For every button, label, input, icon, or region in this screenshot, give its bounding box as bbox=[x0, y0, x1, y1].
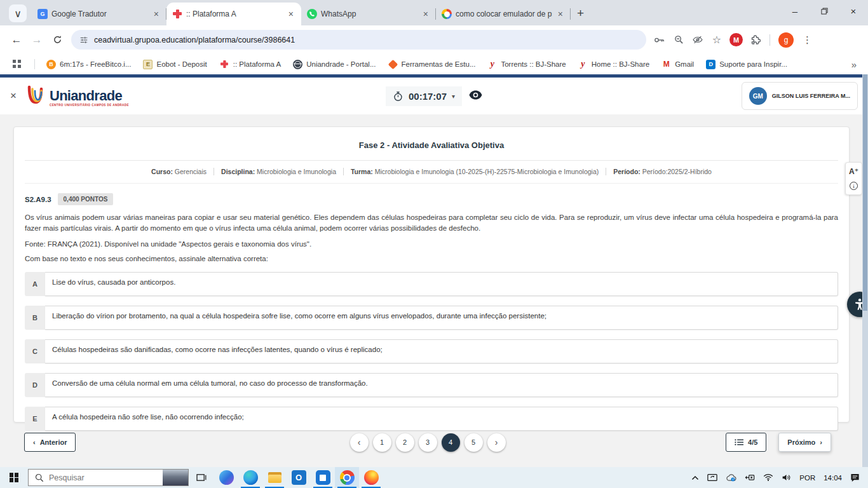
option-text: Liberação do vírion por brotamento, na q… bbox=[45, 306, 838, 330]
uniandrade-logo: Uniandrade CENTRO UNIVERSITÁRIO CAMPOS D… bbox=[27, 85, 129, 107]
close-tab-icon[interactable]: × bbox=[421, 9, 430, 19]
back-button[interactable]: ← bbox=[6, 30, 27, 50]
tray-onedrive-button[interactable]: i bbox=[724, 472, 738, 483]
reload-button[interactable] bbox=[47, 30, 67, 50]
taskbar-app-blue[interactable] bbox=[311, 467, 335, 488]
extensions-button[interactable] bbox=[746, 30, 765, 50]
address-bar[interactable]: ceadvirtual.grupoa.education/plataforma/… bbox=[71, 30, 646, 50]
logo-text: Uniandrade bbox=[50, 89, 129, 103]
meta-value: Período:2025/2-Híbrido bbox=[641, 168, 712, 175]
bookmark-star-button[interactable]: ☆ bbox=[707, 30, 726, 50]
mega-extension-button[interactable]: M bbox=[729, 33, 743, 46]
window-minimize-button[interactable]: – bbox=[780, 0, 810, 22]
close-tab-icon[interactable]: × bbox=[287, 9, 295, 19]
tab-plataforma-a[interactable]: :: Plataforma A × bbox=[166, 3, 301, 25]
tab-google-tradutor[interactable]: G Google Tradutor × bbox=[32, 3, 166, 25]
bookmark-torrents-bjshare[interactable]: yTorrents :: BJ-Share bbox=[484, 58, 569, 71]
scrollbar-thumb[interactable] bbox=[863, 74, 867, 311]
progress-button[interactable]: 4/5 bbox=[726, 433, 766, 452]
exam-close-button[interactable]: × bbox=[10, 90, 17, 102]
tab-search-button[interactable]: ∨ bbox=[9, 4, 27, 22]
password-manager-button[interactable] bbox=[650, 30, 669, 50]
stopwatch-icon bbox=[393, 91, 403, 102]
taskbar-app-edge[interactable] bbox=[238, 467, 262, 488]
eye-icon bbox=[469, 90, 482, 100]
timer-dropdown[interactable]: 00:17:07 ▾ bbox=[386, 86, 462, 106]
window-restore-button[interactable] bbox=[810, 0, 839, 22]
bookmark-home-bjshare[interactable]: yHome :: BJ-Share bbox=[574, 58, 653, 71]
language-indicator[interactable]: POR bbox=[798, 473, 817, 483]
pager-page-4-active[interactable]: 4 bbox=[442, 433, 460, 452]
apps-grid-button[interactable] bbox=[8, 55, 27, 74]
list-icon bbox=[735, 438, 743, 446]
pager-next-button[interactable]: › bbox=[487, 433, 506, 452]
taskbar-app-copilot[interactable] bbox=[214, 467, 238, 488]
bookmarks-overflow-button[interactable]: » bbox=[848, 59, 860, 70]
timer-value: 00:17:07 bbox=[409, 91, 447, 102]
tab-whatsapp[interactable]: WhatsApp × bbox=[301, 3, 436, 25]
option-c[interactable]: C Células hospedeiras são danificadas, c… bbox=[25, 339, 838, 363]
pager-page-5[interactable]: 5 bbox=[465, 433, 483, 452]
question-code: S2.A9.3 bbox=[25, 196, 51, 203]
question-card: Fase 2 - Atividade Avaliativa Objetiva C… bbox=[13, 126, 850, 423]
previous-button[interactable]: ‹ Anterior bbox=[24, 433, 76, 452]
pager-page-3[interactable]: 3 bbox=[419, 433, 437, 452]
option-a[interactable]: A Lise do vírus, causada por anticorpos. bbox=[25, 272, 838, 296]
close-tab-icon[interactable]: × bbox=[556, 9, 565, 19]
close-tab-icon[interactable]: × bbox=[152, 9, 161, 19]
taskbar-app-chrome[interactable] bbox=[335, 467, 359, 488]
window-close-button[interactable]: × bbox=[839, 0, 868, 22]
clock[interactable]: 14:04 bbox=[822, 473, 843, 483]
search-input[interactable] bbox=[49, 473, 158, 482]
bookmark-ferramentas[interactable]: Ferramentas de Estu... bbox=[384, 58, 480, 71]
windows-logo-icon bbox=[10, 473, 19, 482]
browser-menu-button[interactable]: ⋮ bbox=[797, 34, 817, 46]
task-view-button[interactable] bbox=[189, 467, 214, 488]
search-daily-image[interactable] bbox=[163, 470, 188, 485]
tray-wifi-button[interactable] bbox=[762, 472, 775, 483]
bookmark-freebitco[interactable]: B6m:17s - FreeBitco.i... bbox=[43, 58, 135, 71]
tab-google-search[interactable]: como colocar emulador de ps2 × bbox=[436, 3, 571, 25]
chevron-left-icon: ‹ bbox=[33, 438, 36, 446]
browser-toolbar: ← → ceadvirtual.grupoa.education/platafo… bbox=[0, 25, 868, 54]
chrome-icon bbox=[340, 470, 355, 485]
pager-page-2[interactable]: 2 bbox=[396, 433, 414, 452]
font-increase-button[interactable]: A⁺ bbox=[849, 167, 858, 176]
whatsapp-icon bbox=[307, 9, 317, 19]
dell-icon: D bbox=[706, 60, 715, 69]
taskbar-app-file-explorer[interactable] bbox=[262, 467, 287, 488]
start-button[interactable] bbox=[0, 467, 28, 488]
bookmark-uniandrade[interactable]: Uniandrade - Portal... bbox=[289, 58, 379, 71]
forward-button[interactable]: → bbox=[27, 30, 47, 50]
hidden-eye-button[interactable] bbox=[688, 30, 707, 50]
apps-grid-icon bbox=[13, 60, 22, 69]
option-e[interactable]: E A célula hospedeira não sofre lise, nã… bbox=[25, 407, 838, 431]
bookmark-plataforma-a[interactable]: :: Plataforma A bbox=[215, 57, 285, 71]
tray-remove-hardware-button[interactable] bbox=[743, 472, 756, 483]
taskbar-search[interactable] bbox=[28, 469, 189, 486]
tray-volume-button[interactable] bbox=[780, 472, 792, 483]
next-button[interactable]: Próximo › bbox=[778, 433, 831, 452]
profile-avatar[interactable]: g bbox=[778, 32, 794, 48]
option-b[interactable]: B Liberação do vírion por brotamento, na… bbox=[25, 306, 838, 330]
key-icon bbox=[654, 36, 665, 44]
bookmark-eobot[interactable]: EEobot - Deposit bbox=[139, 58, 210, 71]
option-d[interactable]: D Conversão de uma célula normal em uma … bbox=[25, 373, 838, 397]
taskbar-app-outlook[interactable]: O bbox=[287, 467, 311, 488]
taskbar-app-firefox[interactable] bbox=[359, 467, 383, 488]
toggle-visibility-button[interactable] bbox=[469, 90, 482, 102]
user-menu[interactable]: GM GILSON LUIS FERREIRA M... bbox=[742, 82, 858, 110]
tray-cast-button[interactable] bbox=[706, 472, 719, 483]
new-tab-button[interactable]: + bbox=[577, 6, 584, 20]
pager-prev-button[interactable]: ‹ bbox=[350, 433, 369, 452]
bookmark-dell-suporte[interactable]: DSuporte para Inspir... bbox=[702, 58, 791, 71]
pager-page-1[interactable]: 1 bbox=[373, 433, 391, 452]
page-scrollbar[interactable] bbox=[862, 74, 868, 467]
action-center-button[interactable] bbox=[849, 471, 861, 484]
zoom-out-button[interactable] bbox=[669, 30, 688, 50]
bookmark-gmail[interactable]: MGmail bbox=[658, 58, 698, 71]
tray-expand-button[interactable] bbox=[690, 474, 700, 482]
bookmark-label: 6m:17s - FreeBitco.i... bbox=[60, 60, 131, 68]
edge-icon bbox=[243, 470, 258, 485]
info-button[interactable]: i bbox=[850, 182, 858, 190]
